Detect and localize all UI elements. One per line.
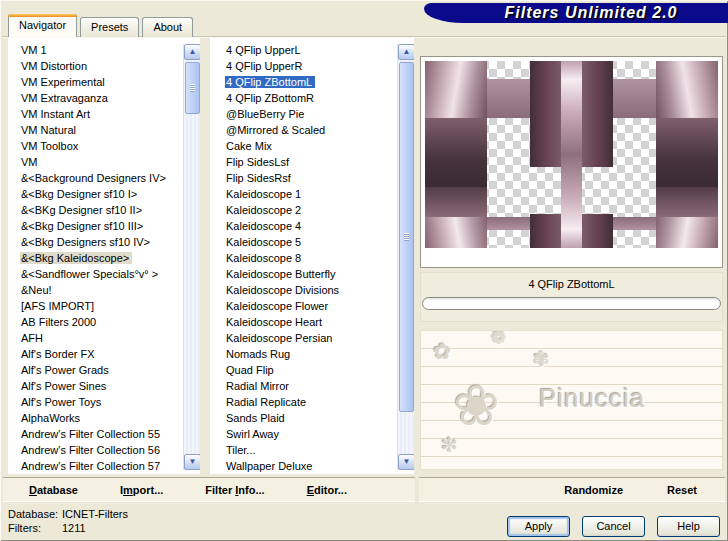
category-list-item[interactable]: VM Instant Art — [8, 106, 200, 122]
filter-list-item[interactable]: 4 QFlip UpperL — [210, 42, 414, 58]
category-listbox[interactable]: VM 1 VM Distortion VM Experimental VM Ex… — [8, 38, 200, 474]
left-toolbar: Database Import... Filter Info... Editor… — [3, 477, 415, 502]
database-status-label: Database: — [8, 508, 58, 520]
filters-unlimited-dialog: Filters Unlimited 2.0 Navigator Presets … — [0, 0, 728, 541]
tab-navigator[interactable]: Navigator — [8, 14, 77, 37]
scroll-down-icon[interactable]: ▼ — [184, 454, 200, 470]
category-list-item[interactable]: Alf's Power Sines — [8, 378, 200, 394]
filter-info-button[interactable]: Filter Info... — [205, 484, 264, 496]
database-status-value: ICNET-Filters — [62, 508, 128, 520]
category-list-item[interactable]: VM Toolbox — [8, 138, 200, 154]
database-button[interactable]: Database — [29, 484, 78, 496]
filter-list-item[interactable]: Nomads Rug — [210, 346, 414, 362]
filter-list-item[interactable]: Kaleidoscope 4 — [210, 218, 414, 234]
category-list-item[interactable]: Alf's Border FX — [8, 346, 200, 362]
import-button[interactable]: Import... — [120, 484, 163, 496]
category-list-item[interactable]: &<Bkg Designers sf10 IV> — [8, 234, 200, 250]
scroll-down-icon[interactable]: ▼ — [398, 454, 414, 470]
filter-list-item[interactable]: Kaleidoscope 8 — [210, 250, 414, 266]
filters-count-label: Filters: — [8, 522, 41, 534]
cancel-button[interactable]: Cancel — [582, 516, 645, 537]
apply-button[interactable]: Apply — [507, 516, 570, 537]
preview-caption-strip: 4 QFlip ZBottomL — [420, 272, 723, 322]
category-list-item[interactable]: &<BKg Designer sf10 II> — [8, 202, 200, 218]
filter-list-item[interactable]: Kaleidoscope 1 — [210, 186, 414, 202]
category-list-item[interactable]: [AFS IMPORT] — [8, 298, 200, 314]
filter-preview-image — [425, 61, 718, 248]
flower-icon: ✿ — [433, 339, 451, 365]
filter-list-item[interactable]: Quad Flip — [210, 362, 414, 378]
category-list: VM 1 VM Distortion VM Experimental VM Ex… — [8, 38, 200, 474]
watermark-signature: Pinuccia — [539, 383, 645, 414]
title-banner: Filters Unlimited 2.0 — [424, 3, 728, 23]
category-list-item[interactable]: Alf's Power Grads — [8, 362, 200, 378]
filter-list-item[interactable]: Swirl Away — [210, 426, 414, 442]
category-list-item[interactable]: VM Distortion — [8, 58, 200, 74]
category-list-item[interactable]: Alf's Power Toys — [8, 394, 200, 410]
category-list-item[interactable]: VM Extravaganza — [8, 90, 200, 106]
filter-preview-card — [420, 56, 723, 268]
filter-list-item[interactable]: @BlueBerry Pie — [210, 106, 414, 122]
scroll-up-icon[interactable]: ▲ — [184, 44, 200, 60]
category-list-item[interactable]: VM Natural — [8, 122, 200, 138]
filter-list-item[interactable]: Radial Replicate — [210, 394, 414, 410]
filter-listbox[interactable]: 4 QFlip UpperL 4 QFlip UpperR 4 QFlip ZB… — [210, 38, 414, 474]
filter-list-item[interactable]: Kaleidoscope Divisions — [210, 282, 414, 298]
filter-list-item[interactable]: 4 QFlip ZBottomL — [210, 74, 414, 90]
flower-icon: ❁ — [491, 330, 506, 349]
category-list-item[interactable]: &<Bkg Designer sf10 I> — [8, 186, 200, 202]
filter-list-item[interactable]: Radial Mirror — [210, 378, 414, 394]
filter-list-item[interactable]: Kaleidoscope Heart — [210, 314, 414, 330]
selected-filter-caption: 4 QFlip ZBottomL — [421, 273, 722, 290]
category-list-item[interactable]: AlphaWorks — [8, 410, 200, 426]
filter-list-item[interactable]: Sands Plaid — [210, 410, 414, 426]
editor-button[interactable]: Editor... — [307, 484, 347, 496]
category-list-item[interactable]: VM 1 — [8, 42, 200, 58]
category-list-item[interactable]: &<Sandflower Specials°v° > — [8, 266, 200, 282]
reset-button[interactable]: Reset — [667, 484, 697, 496]
filter-list-item[interactable]: Flip SidesRsf — [210, 170, 414, 186]
right-toolbar: Randomize Reset — [419, 477, 725, 502]
filter-list-item[interactable]: Kaleidoscope 5 — [210, 234, 414, 250]
category-list-item[interactable]: Andrew's Filter Collection 55 — [8, 426, 200, 442]
category-list-item[interactable]: VM Experimental — [8, 74, 200, 90]
filter-list-item[interactable]: 4 QFlip ZBottomR — [210, 90, 414, 106]
category-list-item[interactable]: AFH — [8, 330, 200, 346]
filter-list-item[interactable]: Wallpaper Deluxe — [210, 458, 414, 474]
filter-list-item[interactable]: 4 QFlip UpperR — [210, 58, 414, 74]
tab-about[interactable]: About — [142, 17, 193, 37]
filter-list-item[interactable]: Kaleidoscope Butterfly — [210, 266, 414, 282]
filter-list-item[interactable]: Kaleidoscope Persian — [210, 330, 414, 346]
flower-icon: ✻ — [441, 433, 458, 457]
category-list-item[interactable]: AB Filters 2000 — [8, 314, 200, 330]
filter-list-item[interactable]: Kaleidoscope Flower — [210, 298, 414, 314]
help-button[interactable]: Help — [657, 516, 720, 537]
category-list-item[interactable]: &<Bkg Designer sf10 III> — [8, 218, 200, 234]
tab-strip: Navigator Presets About — [8, 14, 196, 37]
category-list-item[interactable]: &<Background Designers IV> — [8, 170, 200, 186]
app-title: Filters Unlimited 2.0 — [474, 4, 677, 22]
progress-bar — [422, 297, 721, 310]
flower-icon: ❀ — [453, 373, 500, 438]
category-scrollbar[interactable]: ▲ ▼ — [183, 44, 200, 470]
filter-list-item[interactable]: @Mirrored & Scaled — [210, 122, 414, 138]
filter-list-item[interactable]: Cake Mix — [210, 138, 414, 154]
category-list-item[interactable]: VM — [8, 154, 200, 170]
filter-scrollbar[interactable]: ▲ ▼ — [397, 44, 414, 470]
scroll-up-icon[interactable]: ▲ — [398, 44, 414, 60]
filter-list-item[interactable]: Flip SidesLsf — [210, 154, 414, 170]
category-list-item[interactable]: &<Bkg Kaleidoscope> — [8, 250, 200, 266]
watermark-panel: ❀ ✿ ❁ ✾ ✻ Pinuccia — [420, 330, 723, 470]
filter-list-item[interactable]: Tiler... — [210, 442, 414, 458]
category-list-item[interactable]: Andrew's Filter Collection 56 — [8, 442, 200, 458]
tab-presets[interactable]: Presets — [80, 17, 139, 37]
filters-count-value: 1211 — [62, 522, 86, 534]
randomize-button[interactable]: Randomize — [564, 484, 623, 496]
category-list-item[interactable]: &Neu! — [8, 282, 200, 298]
category-list-item[interactable]: Andrew's Filter Collection 57 — [8, 458, 200, 474]
flower-icon: ✾ — [533, 347, 550, 371]
filter-list: 4 QFlip UpperL 4 QFlip UpperR 4 QFlip ZB… — [210, 38, 414, 474]
category-scrollbar-thumb[interactable] — [185, 62, 200, 114]
filter-list-item[interactable]: Kaleidoscope 2 — [210, 202, 414, 218]
filter-scrollbar-thumb[interactable] — [399, 62, 414, 412]
